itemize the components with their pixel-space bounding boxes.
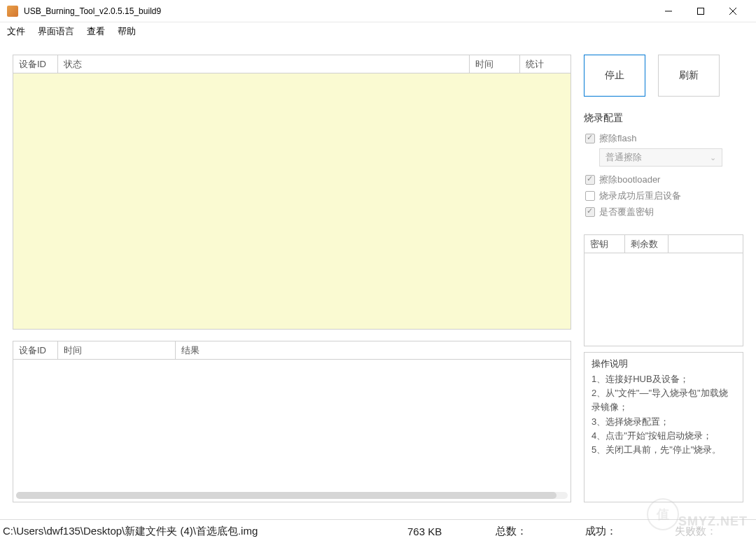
- refresh-button[interactable]: 刷新: [658, 55, 720, 97]
- chevron-down-icon: ⌄: [710, 153, 716, 162]
- horizontal-scrollbar[interactable]: [16, 492, 568, 499]
- key-header-remaining[interactable]: 剩余数: [625, 235, 668, 253]
- instruction-step-2: 2、从"文件"—"导入烧录包"加载烧录镜像；: [592, 386, 736, 414]
- result-table-body: [13, 360, 570, 502]
- config-erase-bootloader-row: 擦除bootloader: [585, 174, 743, 186]
- erase-flash-label: 擦除flash: [599, 132, 636, 145]
- action-button-row: 停止 刷新: [584, 55, 743, 97]
- device-table-header: 设备ID 状态 时间 统计: [13, 55, 570, 73]
- right-column: 停止 刷新 烧录配置 擦除flash 普通擦除 ⌄ 擦除bootloader 烧…: [584, 55, 743, 502]
- erase-bootloader-checkbox[interactable]: [585, 175, 595, 185]
- scrollbar-thumb[interactable]: [16, 492, 556, 499]
- result-table-header: 设备ID 时间 结果: [13, 341, 570, 360]
- key-table: 密钥 剩余数: [584, 234, 743, 346]
- main-area: 设备ID 状态 时间 统计 设备ID 时间 结果 停止 刷新: [0, 41, 756, 502]
- erase-mode-value: 普通擦除: [606, 151, 642, 164]
- svg-rect-1: [698, 8, 704, 14]
- window-title: USB_Burning_Tool_v2.0.5.15_build9: [24, 6, 652, 16]
- menu-file[interactable]: 文件: [7, 25, 25, 38]
- erase-mode-select[interactable]: 普通擦除 ⌄: [599, 148, 722, 167]
- result-header-id[interactable]: 设备ID: [13, 341, 58, 359]
- overwrite-key-label: 是否覆盖密钥: [599, 206, 654, 218]
- instruction-step-3: 3、选择烧录配置；: [592, 415, 736, 429]
- config-erase-flash-row: 擦除flash: [585, 132, 743, 145]
- device-header-id[interactable]: 设备ID: [13, 55, 58, 73]
- device-table-body: [13, 73, 570, 329]
- instruction-step-5: 5、关闭工具前，先"停止"烧录。: [592, 443, 736, 457]
- statusbar: C:\Users\dwf135\Desktop\新建文件夹 (4)\首选底包.i…: [0, 519, 756, 543]
- result-table: 设备ID 时间 结果: [13, 341, 571, 502]
- overwrite-key-checkbox[interactable]: [585, 207, 595, 217]
- erase-bootloader-label: 擦除bootloader: [599, 174, 660, 186]
- device-header-time[interactable]: 时间: [470, 55, 520, 73]
- result-header-result[interactable]: 结果: [176, 341, 570, 359]
- menubar: 文件 界面语言 查看 帮助: [0, 22, 756, 41]
- window-titlebar: USB_Burning_Tool_v2.0.5.15_build9: [0, 0, 756, 22]
- minimize-button[interactable]: [652, 0, 685, 22]
- reboot-checkbox[interactable]: [585, 191, 595, 201]
- reboot-label: 烧录成功后重启设备: [599, 190, 681, 202]
- instruction-step-1: 1、连接好HUB及设备；: [592, 372, 736, 386]
- stop-button[interactable]: 停止: [584, 55, 645, 97]
- status-fail-label: 失败数：: [675, 525, 756, 538]
- app-icon: [7, 6, 18, 17]
- instructions-box: 操作说明 1、连接好HUB及设备； 2、从"文件"—"导入烧录包"加载烧录镜像；…: [584, 352, 743, 502]
- key-table-header: 密钥 剩余数: [584, 235, 743, 253]
- close-button[interactable]: [717, 0, 749, 22]
- config-reboot-row: 烧录成功后重启设备: [585, 190, 743, 202]
- instruction-step-4: 4、点击"开始"按钮启动烧录；: [592, 429, 736, 443]
- status-success-label: 成功：: [585, 525, 675, 538]
- instructions-title: 操作说明: [592, 357, 736, 371]
- status-total-label: 总数：: [496, 525, 585, 538]
- left-column: 设备ID 状态 时间 统计 设备ID 时间 结果: [13, 55, 571, 502]
- status-filesize: 763 KB: [393, 526, 496, 537]
- maximize-button[interactable]: [685, 0, 717, 22]
- config-box: 擦除flash 普通擦除 ⌄ 擦除bootloader 烧录成功后重启设备 是否…: [584, 129, 743, 222]
- device-table: 设备ID 状态 时间 统计: [13, 55, 571, 330]
- config-overwrite-key-row: 是否覆盖密钥: [585, 206, 743, 218]
- result-header-time[interactable]: 时间: [58, 341, 176, 359]
- key-header-key[interactable]: 密钥: [584, 235, 625, 253]
- menu-ui-language[interactable]: 界面语言: [38, 25, 74, 38]
- config-title: 烧录配置: [584, 112, 743, 125]
- device-header-stats[interactable]: 统计: [520, 55, 570, 73]
- key-header-rest: [668, 235, 743, 253]
- erase-flash-checkbox[interactable]: [585, 134, 595, 143]
- device-header-status[interactable]: 状态: [58, 55, 470, 73]
- status-filepath: C:\Users\dwf135\Desktop\新建文件夹 (4)\首选底包.i…: [0, 525, 393, 538]
- menu-help[interactable]: 帮助: [118, 25, 136, 38]
- menu-view[interactable]: 查看: [87, 25, 105, 38]
